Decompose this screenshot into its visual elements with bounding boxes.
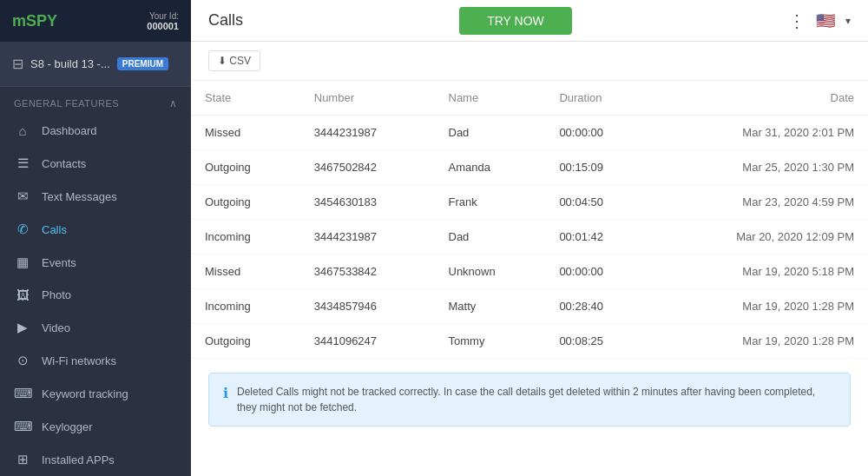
nav-menu: ⌂ Dashboard ☰ Contacts ✉ Text Messages ✆… — [0, 115, 191, 476]
wifi-label: Wi-Fi networks — [42, 354, 116, 367]
sidebar-item-contacts[interactable]: ☰ Contacts — [0, 147, 191, 180]
cell-name: Dad — [435, 220, 546, 255]
cell-name: Frank — [435, 185, 546, 220]
export-button[interactable]: ⬇ CSV — [208, 50, 260, 71]
page-title: Calls — [208, 11, 243, 30]
cell-name: Amanda — [435, 150, 546, 185]
col-number: Number — [300, 81, 435, 116]
photo-label: Photo — [42, 288, 71, 301]
table-row: Outgoing 3441096247 Tommy 00:08:25 Mar 1… — [191, 324, 868, 359]
logo-bar: mSPY Your Id: 000001 — [0, 0, 191, 42]
language-chevron-icon[interactable]: ▾ — [845, 15, 851, 27]
sidebar-item-keyword[interactable]: ⌨ Keyword tracking — [0, 377, 191, 410]
cell-date: Mar 20, 2020 12:09 PM — [652, 220, 868, 255]
video-icon: ▶ — [14, 320, 31, 335]
android-icon: ⊟ — [12, 56, 23, 72]
cell-date: Mar 19, 2020 1:28 PM — [652, 289, 868, 324]
sidebar-item-calls[interactable]: ✆ Calls — [0, 213, 191, 246]
table-row: Incoming 3444231987 Dad 00:01:42 Mar 20,… — [191, 220, 868, 255]
cell-number: 3454630183 — [300, 185, 435, 220]
cell-duration: 00:00:00 — [545, 255, 652, 289]
user-id: 000001 — [147, 21, 179, 31]
cell-name: Tommy — [435, 324, 546, 359]
keyword-label: Keyword tracking — [42, 387, 128, 400]
contacts-icon: ☰ — [14, 155, 31, 171]
cell-date: Mar 19, 2020 1:28 PM — [652, 324, 868, 359]
cell-duration: 00:28:40 — [545, 289, 652, 324]
cell-date: Mar 19, 2020 5:18 PM — [652, 255, 868, 289]
collapse-icon[interactable]: ∧ — [169, 97, 178, 109]
sidebar: mSPY Your Id: 000001 ⊟ S8 - build 13 -..… — [0, 0, 191, 476]
cell-number: 3434857946 — [300, 289, 435, 324]
general-features-label: GENERAL FEATURES — [14, 98, 119, 109]
user-id-label: Your Id: — [149, 11, 179, 21]
dashboard-label: Dashboard — [42, 124, 97, 137]
cell-name: Unknown — [435, 255, 546, 289]
cell-name: Matty — [435, 289, 546, 324]
events-icon: ▦ — [14, 255, 31, 270]
text-messages-label: Text Messages — [42, 190, 117, 203]
cell-state: Incoming — [191, 289, 300, 324]
device-bar: ⊟ S8 - build 13 -... PREMIUM — [0, 42, 191, 87]
installed-apps-label: Installed APPs — [42, 453, 115, 466]
contacts-label: Contacts — [42, 157, 86, 170]
try-now-button[interactable]: TRY NOW — [459, 7, 572, 35]
table-row: Outgoing 3467502842 Amanda 00:15:09 Mar … — [191, 150, 868, 185]
cell-duration: 00:04:50 — [545, 185, 652, 220]
sidebar-item-keylogger[interactable]: ⌨ Keylogger — [0, 410, 191, 443]
logo: mSPY — [12, 12, 57, 30]
table-header: State Number Name Duration Date — [191, 81, 868, 116]
photo-icon: 🖼 — [14, 288, 31, 302]
sidebar-item-dashboard[interactable]: ⌂ Dashboard — [0, 115, 191, 147]
device-name: S8 - build 13 -... — [30, 57, 110, 70]
sidebar-item-text-messages[interactable]: ✉ Text Messages — [0, 180, 191, 213]
cell-date: Mar 25, 2020 1:30 PM — [652, 150, 868, 185]
calls-icon: ✆ — [14, 221, 31, 237]
general-features-header: GENERAL FEATURES ∧ — [0, 87, 191, 115]
col-name: Name — [435, 81, 546, 116]
cell-date: Mar 23, 2020 4:59 PM — [652, 185, 868, 220]
cell-duration: 00:15:09 — [545, 150, 652, 185]
cell-date: Mar 31, 2020 2:01 PM — [652, 116, 868, 150]
keylogger-icon: ⌨ — [14, 419, 31, 434]
sidebar-item-video[interactable]: ▶ Video — [0, 311, 191, 344]
info-box: ℹ Deleted Calls might not be tracked cor… — [208, 373, 851, 426]
video-label: Video — [42, 321, 70, 334]
col-state: State — [191, 81, 300, 116]
topbar: Calls TRY NOW ⋮ 🇺🇸 ▾ — [191, 0, 868, 42]
sidebar-item-photo[interactable]: 🖼 Photo — [0, 279, 191, 311]
sidebar-item-wifi[interactable]: ⊙ Wi-Fi networks — [0, 344, 191, 377]
cell-state: Missed — [191, 116, 300, 150]
info-icon: ℹ — [223, 385, 228, 401]
cell-number: 3467533842 — [300, 255, 435, 289]
cell-state: Outgoing — [191, 324, 300, 359]
col-duration: Duration — [545, 81, 652, 116]
calls-label: Calls — [42, 223, 67, 236]
language-flag: 🇺🇸 — [816, 11, 835, 30]
table-row: Outgoing 3454630183 Frank 00:04:50 Mar 2… — [191, 185, 868, 220]
apps-icon: ⊞ — [14, 452, 31, 467]
sidebar-item-installed-apps[interactable]: ⊞ Installed APPs — [0, 443, 191, 476]
wifi-icon: ⊙ — [14, 353, 31, 368]
main-area: Calls TRY NOW ⋮ 🇺🇸 ▾ ⬇ CSV State Number … — [191, 0, 868, 476]
events-label: Events — [42, 256, 76, 269]
cell-state: Outgoing — [191, 185, 300, 220]
table-body: Missed 3444231987 Dad 00:00:00 Mar 31, 2… — [191, 116, 868, 359]
cell-duration: 00:00:00 — [545, 116, 652, 150]
sidebar-item-events[interactable]: ▦ Events — [0, 246, 191, 279]
cell-duration: 00:08:25 — [545, 324, 652, 359]
cell-number: 3441096247 — [300, 324, 435, 359]
table-row: Missed 3444231987 Dad 00:00:00 Mar 31, 2… — [191, 116, 868, 150]
keyword-icon: ⌨ — [14, 386, 31, 401]
cell-number: 3467502842 — [300, 150, 435, 185]
cell-name: Dad — [435, 116, 546, 150]
dashboard-icon: ⌂ — [14, 123, 31, 138]
table-row: Missed 3467533842 Unknown 00:00:00 Mar 1… — [191, 255, 868, 289]
calls-table: State Number Name Duration Date Missed 3… — [191, 81, 868, 359]
cell-duration: 00:01:42 — [545, 220, 652, 255]
cell-state: Outgoing — [191, 150, 300, 185]
more-options-button[interactable]: ⋮ — [788, 10, 806, 31]
content-area: ⬇ CSV State Number Name Duration Date Mi… — [191, 42, 868, 476]
keylogger-label: Keylogger — [42, 420, 93, 433]
export-row: ⬇ CSV — [191, 42, 868, 81]
